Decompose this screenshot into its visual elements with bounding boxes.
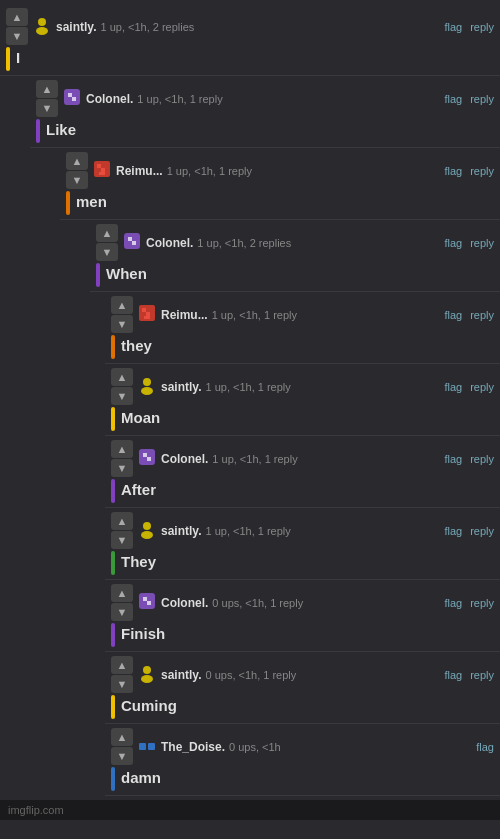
upvote-button[interactable]: ▲ [66,152,88,170]
svg-rect-18 [146,312,150,316]
vote-buttons: ▲▼ [66,152,88,189]
comment-meta: 1 up, <1h, 2 replies [197,237,291,249]
reply-link[interactable]: reply [470,93,494,105]
comment-left: ▲▼Colonel. 0 ups, <1h, 1 reply [111,584,303,621]
username: saintly. [161,524,201,538]
svg-point-1 [36,27,48,35]
comment-body: When [96,263,494,287]
flag-link[interactable]: flag [444,309,462,321]
comment-left: ▲▼saintly. 1 up, <1h, 2 replies [6,8,194,45]
avatar [62,87,82,110]
comment-item: ▲▼Colonel. 1 up, <1h, 2 repliesflagreply… [90,220,500,292]
comment-actions: flagreply [444,309,494,321]
indent-bar [36,119,40,143]
reply-link[interactable]: reply [470,597,494,609]
indent-bar [96,263,100,287]
upvote-button[interactable]: ▲ [111,440,133,458]
svg-point-25 [143,522,151,530]
upvote-button[interactable]: ▲ [96,224,118,242]
upvote-button[interactable]: ▲ [111,296,133,314]
comment-meta: 1 up, <1h, 1 reply [205,381,290,393]
downvote-button[interactable]: ▼ [36,99,58,117]
avatar [122,231,142,254]
flag-link[interactable]: flag [444,525,462,537]
comment-item: ▲▼saintly. 1 up, <1h, 1 replyflagreplyMo… [105,364,500,436]
reply-link[interactable]: reply [470,669,494,681]
downvote-button[interactable]: ▼ [111,675,133,693]
svg-rect-6 [97,164,101,168]
svg-rect-32 [139,743,146,750]
comment-left: ▲▼saintly. 0 ups, <1h, 1 reply [111,656,296,693]
comment-actions: flagreply [444,669,494,681]
downvote-button[interactable]: ▼ [6,27,28,45]
avatar [92,159,112,182]
downvote-button[interactable]: ▼ [66,171,88,189]
comment-left: ▲▼saintly. 1 up, <1h, 1 reply [111,368,291,405]
indent-bar [6,47,10,71]
comment-actions: flagreply [444,21,494,33]
svg-rect-33 [148,743,155,750]
comment-body: they [111,335,494,359]
comment-meta: 0 ups, <1h, 1 reply [212,597,303,609]
upvote-button[interactable]: ▲ [111,656,133,674]
upvote-button[interactable]: ▲ [111,368,133,386]
flag-link[interactable]: flag [444,453,462,465]
comment-header: ▲▼Colonel. 1 up, <1h, 1 replyflagreply [111,440,494,477]
comment-text: Moan [121,407,494,431]
downvote-button[interactable]: ▼ [111,459,133,477]
comment-header: ▲▼Reimu... 1 up, <1h, 1 replyflagreply [111,296,494,333]
downvote-button[interactable]: ▼ [111,315,133,333]
username: The_Doise. [161,740,225,754]
comment-text: men [76,191,494,215]
vote-buttons: ▲▼ [111,656,133,693]
comment-left: ▲▼The_Doise. 0 ups, <1h [111,728,281,765]
comment-body: Cuming [111,695,494,719]
upvote-button[interactable]: ▲ [111,728,133,746]
upvote-button[interactable]: ▲ [36,80,58,98]
svg-point-0 [38,18,46,26]
reply-link[interactable]: reply [470,525,494,537]
flag-link[interactable]: flag [444,381,462,393]
comment-actions: flagreply [444,525,494,537]
reply-link[interactable]: reply [470,165,494,177]
comment-item: ▲▼Colonel. 0 ups, <1h, 1 replyflagreplyF… [105,580,500,652]
indent-bar [111,623,115,647]
comment-actions: flag [476,741,494,753]
downvote-button[interactable]: ▼ [111,603,133,621]
reply-link[interactable]: reply [470,237,494,249]
reply-link[interactable]: reply [470,381,494,393]
flag-link[interactable]: flag [444,21,462,33]
comment-item: ▲▼Colonel. 1 up, <1h, 1 replyflagreplyAf… [105,436,500,508]
reply-link[interactable]: reply [470,309,494,321]
avatar [137,519,157,542]
flag-link[interactable]: flag [444,165,462,177]
username: Colonel. [146,236,193,250]
indent-bar [66,191,70,215]
svg-rect-29 [147,601,151,605]
comment-meta: 1 up, <1h, 1 reply [212,309,297,321]
username: Reimu... [161,308,208,322]
downvote-button[interactable]: ▼ [111,387,133,405]
upvote-button[interactable]: ▲ [6,8,28,26]
reply-link[interactable]: reply [470,453,494,465]
flag-link[interactable]: flag [444,669,462,681]
comment-actions: flagreply [444,597,494,609]
upvote-button[interactable]: ▲ [111,512,133,530]
reply-link[interactable]: reply [470,21,494,33]
downvote-button[interactable]: ▼ [111,747,133,765]
comment-item: ▲▼Reimu... 1 up, <1h, 1 replyflagreplyme… [60,148,500,220]
comment-header: ▲▼Colonel. 1 up, <1h, 2 repliesflagreply [96,224,494,261]
vote-buttons: ▲▼ [96,224,118,261]
flag-link[interactable]: flag [476,741,494,753]
comment-body: damn [111,767,494,791]
flag-link[interactable]: flag [444,237,462,249]
comment-left: ▲▼saintly. 1 up, <1h, 1 reply [111,512,291,549]
comment-body: I [6,47,494,71]
flag-link[interactable]: flag [444,93,462,105]
svg-point-20 [143,378,151,386]
flag-link[interactable]: flag [444,597,462,609]
indent-bar [111,551,115,575]
upvote-button[interactable]: ▲ [111,584,133,602]
downvote-button[interactable]: ▼ [111,531,133,549]
downvote-button[interactable]: ▼ [96,243,118,261]
